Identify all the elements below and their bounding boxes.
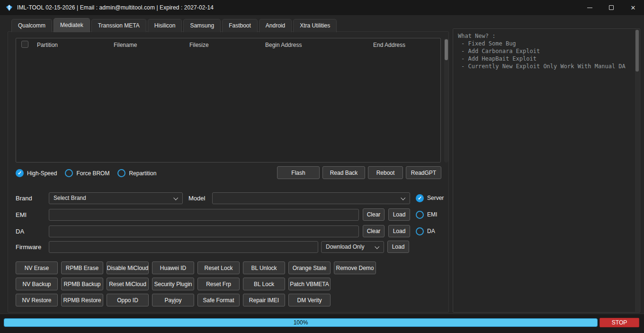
firmware-input[interactable]	[49, 241, 318, 253]
tab-xtra-utilities[interactable]: Xtra Utilities	[293, 19, 337, 32]
footer-bar: 100% STOP	[0, 314, 644, 333]
window-title: IML-TOOL 02-15-2026 | Email : admin@mult…	[17, 4, 214, 11]
nv-backup-button[interactable]: NV Backup	[16, 278, 58, 290]
log-line: What New? :	[458, 32, 633, 40]
source-server[interactable]: Server	[416, 194, 444, 202]
high-speed-radio[interactable]	[16, 169, 24, 177]
payjoy-button[interactable]: Payjoy	[152, 294, 194, 306]
huawei-id-button[interactable]: Huawei ID	[152, 261, 194, 274]
force-brom-label: Force BROM	[76, 170, 109, 177]
read-back-button[interactable]: Read Back	[322, 166, 365, 179]
log-panel: What New? : - Fixed Some Bug - Add Carbo…	[453, 28, 640, 313]
option-repartition[interactable]: Repartition	[117, 169, 156, 177]
source-da[interactable]: DA	[416, 227, 435, 235]
emi-radio[interactable]	[416, 211, 424, 219]
da-load-button[interactable]: Load	[388, 225, 410, 237]
close-icon: ✕	[631, 5, 636, 11]
read-gpt-button[interactable]: ReadGPT	[406, 166, 441, 179]
partition-table: Partition Filename Filesize Begin Addres…	[16, 38, 441, 162]
emi-clear-button[interactable]: Clear	[363, 208, 385, 221]
rpmb-erase-button[interactable]: RPMB Erase	[61, 261, 103, 274]
server-radio[interactable]	[416, 194, 424, 202]
source-emi[interactable]: EMI	[416, 211, 437, 219]
server-label: Server	[427, 195, 444, 201]
da-input[interactable]	[49, 225, 359, 237]
scrollbar-thumb[interactable]	[635, 30, 639, 72]
high-speed-label: High-Speed	[27, 170, 57, 177]
app-logo-icon	[6, 4, 13, 11]
security-plugin-button[interactable]: Security Plugin	[152, 278, 194, 290]
utility-row-3: NV Restore RPMB Restore Oppo ID Payjoy S…	[16, 294, 331, 306]
tab-fastboot[interactable]: Fastboot	[222, 19, 258, 32]
reboot-button[interactable]: Reboot	[368, 166, 403, 179]
emi-input[interactable]	[49, 209, 359, 221]
minimize-icon	[587, 8, 592, 8]
repartition-label: Repartition	[129, 170, 156, 177]
safe-format-button[interactable]: Safe Format	[197, 294, 240, 306]
repair-imei-button[interactable]: Repair IMEI	[243, 294, 285, 306]
brand-label: Brand	[16, 195, 49, 202]
utility-row-2: NV Backup RPMB Backup Reset MiCloud Secu…	[16, 278, 331, 290]
oppo-id-button[interactable]: Oppo ID	[107, 294, 149, 306]
log-scrollbar[interactable]	[635, 29, 639, 312]
firmware-label: Firmware	[16, 243, 49, 251]
emi-row: EMI Clear Load EMI	[16, 208, 437, 221]
stop-button[interactable]: STOP	[599, 318, 639, 327]
progress-bar: 100%	[4, 318, 598, 327]
tab-hisilicon[interactable]: Hisilicon	[148, 19, 182, 32]
remove-demo-button[interactable]: Remove Demo	[334, 261, 376, 274]
orange-state-button[interactable]: Orange State	[288, 261, 331, 274]
tab-transsion-meta[interactable]: Transsion META	[91, 19, 146, 32]
tab-android[interactable]: Android	[259, 19, 292, 32]
titlebar: IML-TOOL 02-15-2026 | Email : admin@mult…	[0, 0, 644, 15]
mode-options: High-Speed Force BROM Repartition	[16, 167, 156, 180]
nv-erase-button[interactable]: NV Erase	[16, 261, 58, 274]
da-label: DA	[16, 228, 49, 235]
firmware-load-button[interactable]: Load	[387, 241, 409, 253]
nv-restore-button[interactable]: NV Restore	[16, 294, 58, 306]
window-controls: ✕	[579, 0, 644, 15]
model-select[interactable]	[212, 192, 410, 204]
option-high-speed[interactable]: High-Speed	[16, 169, 57, 177]
emi-label: EMI	[16, 211, 49, 218]
rpmb-restore-button[interactable]: RPMB Restore	[61, 294, 103, 306]
minimize-button[interactable]	[579, 0, 600, 15]
brand-model-row: Brand Select Brand Model Server	[16, 192, 444, 204]
tab-mediatek[interactable]: Mediatek	[54, 18, 90, 32]
emi-radio-label: EMI	[427, 211, 437, 218]
maximize-button[interactable]	[600, 0, 622, 15]
bl-lock-button[interactable]: BL Lock	[243, 278, 285, 290]
select-all-checkbox[interactable]	[21, 41, 28, 48]
log-line: - Fixed Some Bug	[458, 40, 633, 47]
reset-micloud-button[interactable]: Reset MiCloud	[107, 278, 149, 290]
reset-frp-button[interactable]: Reset Frp	[197, 278, 240, 290]
firmware-mode-value: Download Only	[326, 243, 364, 250]
force-brom-radio[interactable]	[65, 169, 73, 177]
firmware-mode-select[interactable]: Download Only	[321, 241, 384, 253]
brand-select[interactable]: Select Brand	[49, 192, 183, 204]
flash-button[interactable]: Flash	[277, 166, 320, 179]
tab-bar: Qualcomm Mediatek Transsion META Hisilic…	[11, 19, 337, 32]
bl-unlock-button[interactable]: BL Unlock	[243, 261, 285, 274]
progress-label: 100%	[4, 319, 597, 326]
repartition-radio[interactable]	[117, 169, 125, 177]
da-clear-button[interactable]: Clear	[363, 225, 385, 237]
rpmb-backup-button[interactable]: RPMB Backup	[61, 278, 103, 290]
log-line: - Add Carbonara Exploit	[458, 47, 633, 55]
reset-lock-button[interactable]: Reset Lock	[197, 261, 240, 274]
close-button[interactable]: ✕	[622, 0, 644, 15]
emi-load-button[interactable]: Load	[388, 208, 410, 221]
partition-table-header: Partition Filename Filesize Begin Addres…	[16, 38, 440, 52]
dm-verity-button[interactable]: DM Verity	[288, 294, 331, 306]
partition-table-scrollbar[interactable]	[444, 38, 448, 162]
scrollbar-thumb[interactable]	[445, 39, 448, 60]
chevron-down-icon	[401, 195, 405, 200]
da-radio[interactable]	[416, 227, 424, 235]
patch-vbmeta-button[interactable]: Patch VBMETA	[288, 278, 331, 290]
disable-micloud-button[interactable]: Disable MiCloud	[107, 261, 149, 274]
column-header-partition: Partition	[37, 42, 114, 48]
tab-qualcomm[interactable]: Qualcomm	[11, 19, 52, 32]
tab-samsung[interactable]: Samsung	[183, 19, 221, 32]
log-line: - Currently New Exploit Only Work With M…	[458, 63, 633, 70]
option-force-brom[interactable]: Force BROM	[65, 169, 109, 177]
